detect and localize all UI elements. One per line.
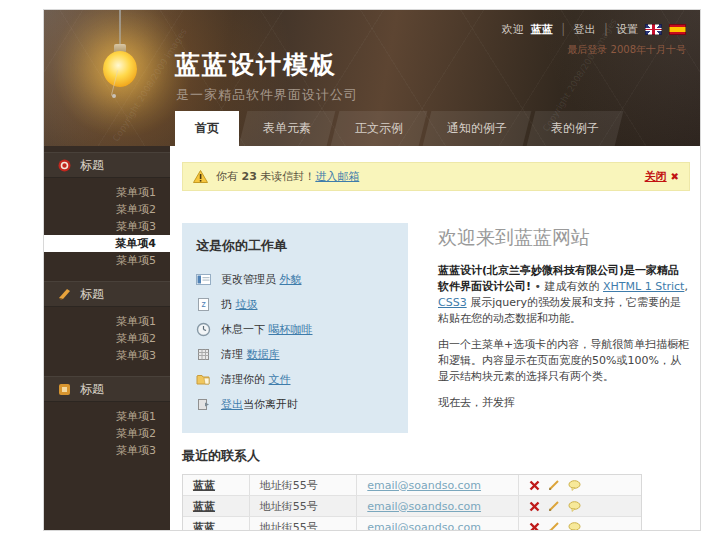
table-row: 蓝蓝 地址街55号 email@soandso.com (183, 496, 641, 517)
worklist-link[interactable]: 登出 (221, 398, 243, 411)
divider: │ (602, 23, 609, 36)
warning-icon (193, 170, 208, 183)
welcome-paragraph-1: 蓝蓝设计(北京兰亭妙微科技有限公司)是一家精品软件界面设计公司! • 建成有效的… (438, 263, 690, 327)
mailbox-link[interactable]: 进入邮箱 (315, 169, 359, 184)
worklist-item: 休息一下 喝杯咖啡 (196, 317, 394, 342)
delete-icon[interactable] (529, 501, 540, 512)
sidebar-section-title: 标题 (80, 381, 104, 398)
worklist-item: 更改管理员 外貌 (196, 267, 394, 292)
welcome-paragraph-2: 由一个主菜单+选项卡的内容，导航很简单扫描橱柜和逻辑。内容显示在页面宽度的50%… (438, 337, 690, 385)
contact-address: 地址街55号 (250, 475, 358, 495)
worklist-panel: 这是你的工作单 更改管理员 外貌 z 扔 垃圾 (182, 223, 408, 433)
contacts-title: 最近的联系人 (182, 447, 690, 465)
last-login-text: 最后登录 2008年十月十号 (567, 43, 686, 57)
contact-email-link[interactable]: email@soandso.com (367, 500, 481, 513)
notification-text: 你有 23 未读信封！ (216, 169, 315, 184)
light-bulb-icon (103, 51, 137, 87)
sidebar-item[interactable]: 菜单项3 (44, 218, 170, 235)
divider: │ (560, 23, 567, 36)
contact-name-link[interactable]: 蓝蓝 (193, 478, 215, 493)
css3-link[interactable]: CSS3 (438, 296, 467, 309)
worklist-item: 清理你的 文件 (196, 367, 394, 392)
logout-link[interactable]: 登出 (573, 22, 595, 37)
sidebar-item[interactable]: 菜单项2 (44, 330, 170, 347)
svg-text:z: z (201, 300, 205, 309)
note-icon: z (196, 297, 211, 312)
uk-flag-icon[interactable] (645, 24, 662, 35)
bulb-cord (119, 10, 121, 48)
worklist-link[interactable]: 喝杯咖啡 (269, 323, 313, 336)
tab-home[interactable]: 首页 (175, 111, 239, 146)
sidebar-items-group-1: 菜单项1 菜单项2 菜单项3 菜单项4 菜单项5 (44, 178, 170, 273)
worklist-item: z 扔 垃圾 (196, 292, 394, 317)
close-icon[interactable]: ✖ (671, 171, 679, 182)
sidebar-item[interactable]: 菜单项1 (44, 184, 170, 201)
sidebar-item[interactable]: 菜单项5 (44, 252, 170, 269)
worklist-link[interactable]: 外貌 (280, 273, 302, 286)
tab-form-elements[interactable]: 表单元素 (239, 111, 336, 146)
sidebar-item[interactable]: 菜单项1 (44, 313, 170, 330)
database-icon (196, 347, 211, 362)
delete-icon[interactable] (529, 522, 540, 531)
sidebar: 标题 菜单项1 菜单项2 菜单项3 菜单项4 菜单项5 标题 菜单项1 菜单项2… (44, 146, 170, 530)
comment-icon[interactable] (568, 522, 581, 531)
contact-email-link[interactable]: email@soandso.com (367, 479, 481, 492)
sidebar-section-title: 标题 (80, 286, 104, 303)
tab-notification-example[interactable]: 通知的例子 (423, 111, 532, 146)
comment-icon[interactable] (568, 501, 581, 512)
welcome-paragraph-3: 现在去，并发挥 (438, 395, 690, 411)
user-bar: 欢迎 蓝蓝 │ 登出 │ 设置 (502, 22, 686, 37)
welcome-label: 欢迎 (502, 22, 524, 37)
worklist-item: 登出当你离开时 (196, 392, 394, 417)
worklist-link[interactable]: 数据库 (247, 348, 280, 361)
username-link[interactable]: 蓝蓝 (531, 22, 553, 37)
contact-address: 地址街55号 (250, 496, 358, 516)
worklist-title: 这是你的工作单 (196, 237, 394, 255)
sidebar-item[interactable]: 菜单项2 (44, 201, 170, 218)
contact-address: 地址街55号 (250, 517, 358, 530)
target-icon (58, 159, 71, 172)
settings-link[interactable]: 设置 (616, 22, 638, 37)
contact-name-link[interactable]: 蓝蓝 (193, 520, 215, 531)
bulb-pull-dot (112, 94, 116, 98)
sidebar-items-group-3: 菜单项1 菜单项2 菜单项3 (44, 402, 170, 463)
page-title: 蓝蓝设计模板 (175, 48, 337, 81)
contact-email-link[interactable]: email@soandso.com (367, 521, 481, 531)
sidebar-item[interactable]: 菜单项3 (44, 442, 170, 459)
comment-icon[interactable] (568, 480, 581, 491)
sidebar-item-active[interactable]: 菜单项4 (44, 235, 170, 252)
main-content: 你有 23 未读信封！ 进入邮箱 关闭 ✖ 这是你的工作单 更改管理员 外貌 (170, 146, 700, 530)
edit-icon[interactable] (548, 479, 560, 491)
logout-icon (196, 397, 211, 412)
close-link[interactable]: 关闭 (645, 169, 667, 184)
welcome-heading: 欢迎来到蓝蓝网站 (438, 225, 690, 251)
notification-banner: 你有 23 未读信封！ 进入邮箱 关闭 ✖ (182, 162, 690, 191)
tab-text-example[interactable]: 正文示例 (331, 111, 428, 146)
delete-icon[interactable] (529, 480, 540, 491)
sidebar-section-header-3: 标题 (44, 376, 170, 402)
sidebar-item[interactable]: 菜单项2 (44, 425, 170, 442)
table-row: 蓝蓝 地址街55号 email@soandso.com (183, 517, 641, 530)
sidebar-section-header-2: 标题 (44, 281, 170, 307)
edit-icon[interactable] (548, 521, 560, 530)
worklist-link[interactable]: 垃圾 (236, 298, 258, 311)
sidebar-section-title: 标题 (80, 157, 104, 174)
spain-flag-icon[interactable] (669, 24, 686, 35)
tab-table-example[interactable]: 表的例子 (527, 111, 624, 146)
sidebar-section-header-1: 标题 (44, 152, 170, 178)
edit-icon[interactable] (548, 500, 560, 512)
page-subtitle: 是一家精品软件界面设计公司 (176, 86, 358, 104)
tab-bar: 首页 表单元素 正文示例 通知的例子 表的例子 (175, 111, 619, 146)
sidebar-item[interactable]: 菜单项1 (44, 408, 170, 425)
contacts-section: 最近的联系人 蓝蓝 地址街55号 email@soandso.com 蓝蓝 地址… (182, 447, 690, 530)
xhtml-link[interactable]: XHTML 1 Strict (603, 280, 684, 293)
clock-icon (196, 322, 211, 337)
worklist-item: 清理 数据库 (196, 342, 394, 367)
folder-icon (196, 372, 211, 387)
vcard-icon (196, 272, 211, 287)
sidebar-items-group-2: 菜单项1 菜单项2 菜单项3 (44, 307, 170, 368)
sidebar-item[interactable]: 菜单项3 (44, 347, 170, 364)
contact-name-link[interactable]: 蓝蓝 (193, 499, 215, 514)
worklist-link[interactable]: 文件 (269, 373, 291, 386)
box-icon (58, 383, 71, 396)
